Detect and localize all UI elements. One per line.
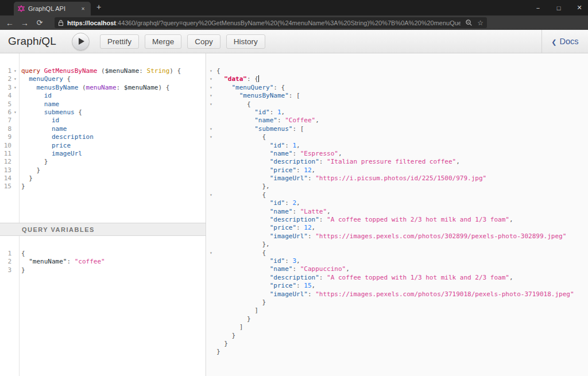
url-host: https://localhost — [67, 20, 116, 26]
query-variables-title: QUERY VARIABLES — [22, 226, 95, 233]
code-line: "id": 3, — [207, 257, 588, 265]
fold-gutter-spacer — [207, 216, 216, 224]
code-token: : — [270, 108, 277, 116]
fold-gutter-spacer — [11, 166, 19, 175]
browser-tab[interactable]: GraphQL API ✕ — [14, 2, 91, 15]
fold-arrow-icon[interactable]: ▾ — [11, 108, 19, 117]
fold-arrow-icon[interactable]: ▾ — [207, 84, 216, 92]
new-tab-button[interactable]: + — [96, 2, 101, 11]
close-button[interactable]: ✕ — [575, 4, 583, 11]
url-field[interactable]: https://localhost:44360/graphql/?query=q… — [55, 17, 487, 28]
line-number: 1 — [0, 67, 11, 75]
query-editor[interactable]: 1▾query GetMenusByName ($menuName: Strin… — [0, 53, 206, 191]
code-token — [216, 315, 247, 323]
fold-arrow-icon[interactable]: ▾ — [207, 125, 216, 133]
code-token: $menuName — [105, 67, 140, 75]
fold-gutter-spacer — [11, 150, 19, 158]
refresh-button[interactable]: ⟳ — [32, 18, 47, 27]
code-token: , — [296, 142, 300, 149]
code-token: } — [21, 183, 25, 190]
line-number: 14 — [0, 175, 11, 183]
response-viewer[interactable]: ▾{▾ "data": {▾ "menuQuery": {▾ "menusByN… — [207, 53, 588, 356]
back-button[interactable]: ← — [2, 18, 17, 28]
code-token — [216, 100, 247, 108]
graphiql-main: 1▾query GetMenusByName ($menuName: Strin… — [0, 53, 588, 376]
code-token: : — [296, 224, 304, 231]
code-token: : [ — [289, 92, 300, 99]
fold-gutter-spacer — [11, 100, 19, 108]
fold-arrow-icon[interactable]: ▾ — [207, 133, 216, 141]
code-token — [216, 191, 262, 199]
code-line: 14 } — [0, 175, 206, 183]
history-button[interactable]: History — [226, 34, 265, 49]
code-line: "price": 12, — [207, 166, 588, 175]
code-token: "A coffee topped with 1/3 hot milk and 2… — [327, 274, 509, 281]
code-token: ) { — [169, 67, 181, 75]
code-token: { — [247, 100, 251, 108]
code-token: "Espresso" — [300, 150, 338, 157]
code-line: "imageUrl": "https://i.picsum.photos/id/… — [207, 175, 588, 183]
query-variables-header[interactable]: QUERY VARIABLES — [0, 223, 206, 236]
code-token — [216, 117, 254, 124]
line-number: 10 — [0, 142, 11, 150]
code-token: { — [63, 75, 71, 83]
code-token: "Cappuccino" — [300, 265, 346, 273]
code-token — [21, 133, 52, 141]
forward-button[interactable]: → — [17, 18, 32, 28]
code-token: { — [262, 249, 266, 257]
fold-gutter-spacer — [207, 232, 216, 241]
merge-button[interactable]: Merge — [145, 34, 181, 49]
code-token: , — [315, 117, 319, 124]
code-token: "id" — [270, 257, 285, 265]
fold-gutter-spacer — [11, 133, 19, 141]
variables-editor[interactable]: 1{2 "menuName": "coffee"3} — [0, 236, 206, 274]
code-token — [216, 142, 270, 149]
code-token — [216, 216, 270, 223]
code-token: } — [216, 348, 220, 355]
fold-arrow-icon[interactable]: ▾ — [11, 84, 19, 92]
fold-gutter-spacer — [11, 158, 19, 166]
code-token — [21, 158, 44, 165]
prettify-button[interactable]: Prettify — [100, 34, 139, 49]
fold-arrow-icon[interactable]: ▾ — [207, 92, 216, 100]
url-text: https://localhost:44360/graphql/?query=q… — [67, 20, 461, 26]
zoom-icon[interactable] — [465, 19, 473, 26]
code-token: 12 — [304, 224, 311, 231]
code-token — [120, 84, 124, 91]
favorite-star-icon[interactable]: ☆ — [477, 19, 483, 27]
code-token: : — [296, 282, 304, 289]
code-line: "price": 12, — [207, 224, 588, 232]
fold-arrow-icon[interactable]: ▾ — [207, 191, 216, 199]
code-token: submenus — [44, 108, 75, 116]
code-line: 1▾query GetMenusByName ($menuName: Strin… — [0, 67, 206, 75]
code-token — [216, 208, 270, 215]
code-line: 3▾ menusByName (menuName: $menuName) { — [0, 84, 206, 92]
code-token: "id" — [270, 142, 285, 149]
fold-arrow-icon[interactable]: ▾ — [207, 67, 216, 75]
code-token: } — [21, 266, 25, 274]
code-token: , — [281, 108, 285, 116]
fold-arrow-icon[interactable]: ▾ — [11, 75, 19, 83]
tab-close-icon[interactable]: ✕ — [79, 5, 87, 13]
code-token — [216, 241, 262, 248]
code-token: "https://images.pexels.com/photos/371901… — [315, 290, 574, 298]
code-token — [216, 340, 224, 347]
code-line: ▾ "menusByName": [ — [207, 92, 588, 100]
code-line: 12 } — [0, 158, 206, 166]
code-token: price — [52, 142, 71, 149]
code-line: "imageUrl": "https://images.pexels.com/p… — [207, 232, 588, 241]
line-number: 4 — [0, 92, 11, 100]
code-line: 2 "menuName": "coffee" — [0, 258, 206, 266]
fold-arrow-icon[interactable]: ▾ — [207, 100, 216, 108]
code-token — [21, 108, 44, 116]
minimize-button[interactable]: − — [534, 5, 542, 11]
fold-arrow-icon[interactable]: ▾ — [207, 249, 216, 257]
execute-query-button[interactable] — [72, 33, 90, 51]
copy-button[interactable]: Copy — [187, 34, 220, 49]
docs-panel-toggle[interactable]: ❮Docs — [541, 30, 588, 53]
graphiql-toolbar: GraphiQL Prettify Merge Copy History ❮Do… — [0, 30, 588, 53]
fold-arrow-icon[interactable]: ▾ — [11, 67, 19, 75]
code-token — [21, 100, 44, 108]
fold-arrow-icon[interactable]: ▾ — [207, 75, 216, 83]
maximize-button[interactable]: □ — [555, 5, 563, 11]
